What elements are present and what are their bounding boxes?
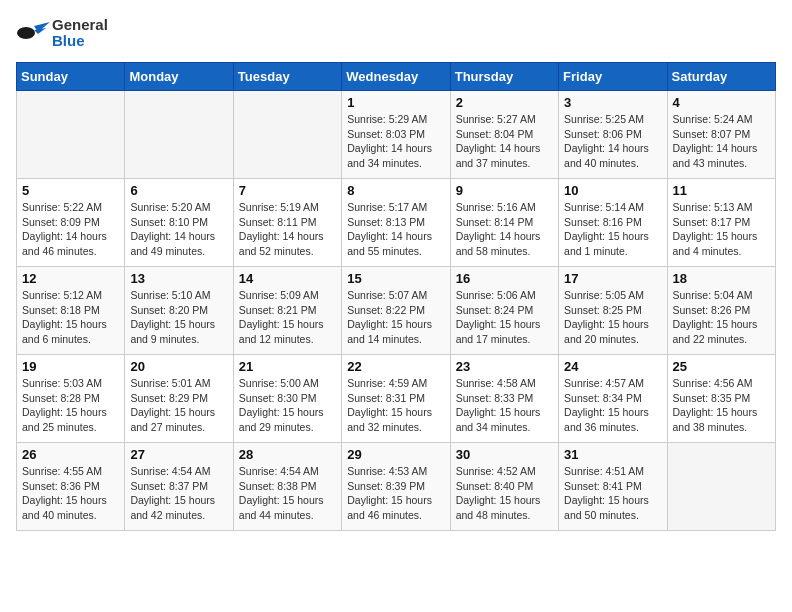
calendar-week-row: 12Sunrise: 5:12 AM Sunset: 8:18 PM Dayli… xyxy=(17,267,776,355)
day-number: 24 xyxy=(564,359,661,374)
calendar-week-row: 1Sunrise: 5:29 AM Sunset: 8:03 PM Daylig… xyxy=(17,91,776,179)
day-number: 30 xyxy=(456,447,553,462)
day-number: 2 xyxy=(456,95,553,110)
day-number: 13 xyxy=(130,271,227,286)
day-info: Sunrise: 5:03 AM Sunset: 8:28 PM Dayligh… xyxy=(22,376,119,435)
logo-bird-icon xyxy=(16,16,50,50)
day-info: Sunrise: 4:56 AM Sunset: 8:35 PM Dayligh… xyxy=(673,376,770,435)
calendar-cell: 7Sunrise: 5:19 AM Sunset: 8:11 PM Daylig… xyxy=(233,179,341,267)
calendar-cell: 2Sunrise: 5:27 AM Sunset: 8:04 PM Daylig… xyxy=(450,91,558,179)
calendar-cell: 22Sunrise: 4:59 AM Sunset: 8:31 PM Dayli… xyxy=(342,355,450,443)
day-number: 26 xyxy=(22,447,119,462)
day-number: 8 xyxy=(347,183,444,198)
day-info: Sunrise: 5:20 AM Sunset: 8:10 PM Dayligh… xyxy=(130,200,227,259)
calendar-cell: 20Sunrise: 5:01 AM Sunset: 8:29 PM Dayli… xyxy=(125,355,233,443)
day-number: 25 xyxy=(673,359,770,374)
day-number: 18 xyxy=(673,271,770,286)
calendar-cell: 18Sunrise: 5:04 AM Sunset: 8:26 PM Dayli… xyxy=(667,267,775,355)
day-number: 31 xyxy=(564,447,661,462)
calendar-week-row: 5Sunrise: 5:22 AM Sunset: 8:09 PM Daylig… xyxy=(17,179,776,267)
calendar-cell: 10Sunrise: 5:14 AM Sunset: 8:16 PM Dayli… xyxy=(559,179,667,267)
day-number: 7 xyxy=(239,183,336,198)
calendar-cell: 11Sunrise: 5:13 AM Sunset: 8:17 PM Dayli… xyxy=(667,179,775,267)
calendar-cell: 29Sunrise: 4:53 AM Sunset: 8:39 PM Dayli… xyxy=(342,443,450,531)
day-number: 4 xyxy=(673,95,770,110)
calendar-cell: 23Sunrise: 4:58 AM Sunset: 8:33 PM Dayli… xyxy=(450,355,558,443)
calendar-cell: 28Sunrise: 4:54 AM Sunset: 8:38 PM Dayli… xyxy=(233,443,341,531)
day-info: Sunrise: 5:00 AM Sunset: 8:30 PM Dayligh… xyxy=(239,376,336,435)
day-info: Sunrise: 5:25 AM Sunset: 8:06 PM Dayligh… xyxy=(564,112,661,171)
day-info: Sunrise: 5:10 AM Sunset: 8:20 PM Dayligh… xyxy=(130,288,227,347)
calendar-cell: 1Sunrise: 5:29 AM Sunset: 8:03 PM Daylig… xyxy=(342,91,450,179)
logo-blue: Blue xyxy=(52,33,108,50)
day-info: Sunrise: 5:09 AM Sunset: 8:21 PM Dayligh… xyxy=(239,288,336,347)
calendar-cell: 26Sunrise: 4:55 AM Sunset: 8:36 PM Dayli… xyxy=(17,443,125,531)
weekday-header-row: SundayMondayTuesdayWednesdayThursdayFrid… xyxy=(17,63,776,91)
calendar-cell: 24Sunrise: 4:57 AM Sunset: 8:34 PM Dayli… xyxy=(559,355,667,443)
day-info: Sunrise: 4:58 AM Sunset: 8:33 PM Dayligh… xyxy=(456,376,553,435)
day-info: Sunrise: 5:07 AM Sunset: 8:22 PM Dayligh… xyxy=(347,288,444,347)
day-number: 27 xyxy=(130,447,227,462)
calendar-cell: 3Sunrise: 5:25 AM Sunset: 8:06 PM Daylig… xyxy=(559,91,667,179)
day-number: 23 xyxy=(456,359,553,374)
day-info: Sunrise: 5:19 AM Sunset: 8:11 PM Dayligh… xyxy=(239,200,336,259)
weekday-header: Friday xyxy=(559,63,667,91)
day-number: 21 xyxy=(239,359,336,374)
day-number: 3 xyxy=(564,95,661,110)
calendar-cell: 25Sunrise: 4:56 AM Sunset: 8:35 PM Dayli… xyxy=(667,355,775,443)
weekday-header: Tuesday xyxy=(233,63,341,91)
calendar-cell: 12Sunrise: 5:12 AM Sunset: 8:18 PM Dayli… xyxy=(17,267,125,355)
day-info: Sunrise: 5:22 AM Sunset: 8:09 PM Dayligh… xyxy=(22,200,119,259)
day-number: 17 xyxy=(564,271,661,286)
day-info: Sunrise: 4:53 AM Sunset: 8:39 PM Dayligh… xyxy=(347,464,444,523)
day-number: 16 xyxy=(456,271,553,286)
logo-general: General xyxy=(52,17,108,34)
day-info: Sunrise: 5:24 AM Sunset: 8:07 PM Dayligh… xyxy=(673,112,770,171)
day-info: Sunrise: 4:59 AM Sunset: 8:31 PM Dayligh… xyxy=(347,376,444,435)
calendar-week-row: 19Sunrise: 5:03 AM Sunset: 8:28 PM Dayli… xyxy=(17,355,776,443)
day-info: Sunrise: 5:17 AM Sunset: 8:13 PM Dayligh… xyxy=(347,200,444,259)
calendar-cell: 4Sunrise: 5:24 AM Sunset: 8:07 PM Daylig… xyxy=(667,91,775,179)
calendar-cell: 19Sunrise: 5:03 AM Sunset: 8:28 PM Dayli… xyxy=(17,355,125,443)
day-number: 28 xyxy=(239,447,336,462)
day-number: 22 xyxy=(347,359,444,374)
day-info: Sunrise: 5:12 AM Sunset: 8:18 PM Dayligh… xyxy=(22,288,119,347)
day-info: Sunrise: 5:29 AM Sunset: 8:03 PM Dayligh… xyxy=(347,112,444,171)
logo: General Blue xyxy=(16,16,108,50)
calendar-cell: 5Sunrise: 5:22 AM Sunset: 8:09 PM Daylig… xyxy=(17,179,125,267)
calendar-cell: 14Sunrise: 5:09 AM Sunset: 8:21 PM Dayli… xyxy=(233,267,341,355)
day-info: Sunrise: 5:27 AM Sunset: 8:04 PM Dayligh… xyxy=(456,112,553,171)
calendar-cell: 9Sunrise: 5:16 AM Sunset: 8:14 PM Daylig… xyxy=(450,179,558,267)
calendar-cell: 27Sunrise: 4:54 AM Sunset: 8:37 PM Dayli… xyxy=(125,443,233,531)
calendar-cell: 16Sunrise: 5:06 AM Sunset: 8:24 PM Dayli… xyxy=(450,267,558,355)
day-info: Sunrise: 5:14 AM Sunset: 8:16 PM Dayligh… xyxy=(564,200,661,259)
day-number: 9 xyxy=(456,183,553,198)
day-number: 29 xyxy=(347,447,444,462)
weekday-header: Monday xyxy=(125,63,233,91)
day-number: 11 xyxy=(673,183,770,198)
day-number: 10 xyxy=(564,183,661,198)
weekday-header: Thursday xyxy=(450,63,558,91)
calendar-cell xyxy=(667,443,775,531)
calendar-cell xyxy=(233,91,341,179)
calendar-week-row: 26Sunrise: 4:55 AM Sunset: 8:36 PM Dayli… xyxy=(17,443,776,531)
day-info: Sunrise: 5:06 AM Sunset: 8:24 PM Dayligh… xyxy=(456,288,553,347)
day-info: Sunrise: 4:51 AM Sunset: 8:41 PM Dayligh… xyxy=(564,464,661,523)
calendar-cell: 31Sunrise: 4:51 AM Sunset: 8:41 PM Dayli… xyxy=(559,443,667,531)
weekday-header: Saturday xyxy=(667,63,775,91)
day-number: 14 xyxy=(239,271,336,286)
day-info: Sunrise: 4:52 AM Sunset: 8:40 PM Dayligh… xyxy=(456,464,553,523)
calendar-cell: 30Sunrise: 4:52 AM Sunset: 8:40 PM Dayli… xyxy=(450,443,558,531)
day-number: 5 xyxy=(22,183,119,198)
day-info: Sunrise: 4:54 AM Sunset: 8:38 PM Dayligh… xyxy=(239,464,336,523)
day-info: Sunrise: 4:54 AM Sunset: 8:37 PM Dayligh… xyxy=(130,464,227,523)
calendar-cell: 13Sunrise: 5:10 AM Sunset: 8:20 PM Dayli… xyxy=(125,267,233,355)
page-header: General Blue xyxy=(16,16,776,50)
day-info: Sunrise: 5:16 AM Sunset: 8:14 PM Dayligh… xyxy=(456,200,553,259)
day-number: 12 xyxy=(22,271,119,286)
svg-point-0 xyxy=(17,27,35,39)
calendar-cell: 17Sunrise: 5:05 AM Sunset: 8:25 PM Dayli… xyxy=(559,267,667,355)
day-number: 15 xyxy=(347,271,444,286)
calendar-cell xyxy=(17,91,125,179)
calendar-table: SundayMondayTuesdayWednesdayThursdayFrid… xyxy=(16,62,776,531)
